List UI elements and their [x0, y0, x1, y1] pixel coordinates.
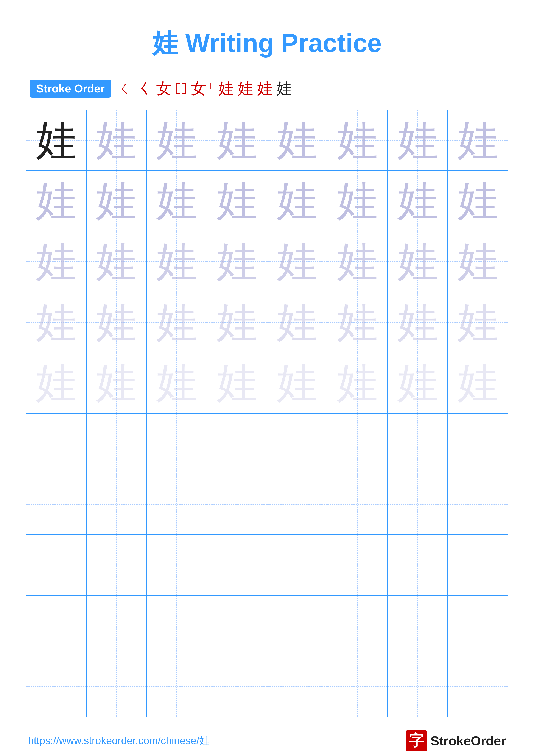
grid-cell-4-0[interactable]: 娃	[26, 353, 87, 413]
grid-cell-2-4[interactable]: 娃	[267, 231, 328, 292]
footer-logo-text: StrokeOrder	[431, 733, 506, 748]
grid-cell-1-3[interactable]: 娃	[207, 171, 267, 231]
grid-cell-8-6[interactable]	[388, 596, 448, 656]
grid-cell-7-0[interactable]	[26, 535, 87, 595]
grid-cell-6-2[interactable]	[147, 474, 207, 535]
grid-cell-1-5[interactable]: 娃	[327, 171, 388, 231]
grid-cell-7-3[interactable]	[207, 535, 267, 595]
grid-cell-9-4[interactable]	[267, 657, 328, 717]
footer-url[interactable]: https://www.strokeorder.com/chinese/娃	[28, 734, 210, 747]
grid-cell-3-2[interactable]: 娃	[147, 292, 207, 353]
grid-cell-4-6[interactable]: 娃	[388, 353, 448, 413]
grid-cell-9-0[interactable]	[26, 657, 87, 717]
page: 娃 Writing Practice Stroke Order ㄑ㇛女女̄女⁺娃…	[0, 0, 534, 756]
grid-cell-8-0[interactable]	[26, 596, 87, 656]
grid-cell-4-3[interactable]: 娃	[207, 353, 267, 413]
grid-cell-9-3[interactable]	[207, 657, 267, 717]
grid-cell-0-7[interactable]: 娃	[448, 110, 508, 171]
stroke-step-8: 娃	[276, 78, 292, 99]
cell-char: 娃	[277, 363, 318, 403]
grid-cell-5-7[interactable]	[448, 414, 508, 474]
grid-cell-5-6[interactable]	[388, 414, 448, 474]
stroke-step-6: 娃	[238, 78, 253, 99]
grid-cell-9-5[interactable]	[327, 657, 388, 717]
grid-cell-2-2[interactable]: 娃	[147, 231, 207, 292]
grid-cell-5-3[interactable]	[207, 414, 267, 474]
grid-cell-3-4[interactable]: 娃	[267, 292, 328, 353]
grid-cell-1-7[interactable]: 娃	[448, 171, 508, 231]
grid-cell-0-5[interactable]: 娃	[327, 110, 388, 171]
grid-cell-6-4[interactable]	[267, 474, 328, 535]
grid-row-9	[26, 657, 508, 717]
grid-cell-0-0[interactable]: 娃	[26, 110, 87, 171]
grid-cell-8-3[interactable]	[207, 596, 267, 656]
grid-cell-9-7[interactable]	[448, 657, 508, 717]
cell-char: 娃	[457, 120, 498, 161]
grid-cell-6-7[interactable]	[448, 474, 508, 535]
grid-cell-2-0[interactable]: 娃	[26, 231, 87, 292]
grid-cell-7-7[interactable]	[448, 535, 508, 595]
grid-cell-9-6[interactable]	[388, 657, 448, 717]
grid-cell-8-7[interactable]	[448, 596, 508, 656]
grid-cell-3-0[interactable]: 娃	[26, 292, 87, 353]
grid-cell-9-1[interactable]	[87, 657, 147, 717]
grid-cell-3-1[interactable]: 娃	[87, 292, 147, 353]
grid-cell-5-5[interactable]	[327, 414, 388, 474]
grid-cell-7-6[interactable]	[388, 535, 448, 595]
grid-cell-8-2[interactable]	[147, 596, 207, 656]
grid-cell-5-2[interactable]	[147, 414, 207, 474]
grid-cell-7-1[interactable]	[87, 535, 147, 595]
grid-cell-0-2[interactable]: 娃	[147, 110, 207, 171]
grid-cell-6-5[interactable]	[327, 474, 388, 535]
grid-cell-8-4[interactable]	[267, 596, 328, 656]
grid-cell-9-2[interactable]	[147, 657, 207, 717]
cell-char: 娃	[337, 302, 378, 343]
grid-cell-7-4[interactable]	[267, 535, 328, 595]
grid-cell-6-6[interactable]	[388, 474, 448, 535]
grid-cell-1-0[interactable]: 娃	[26, 171, 87, 231]
grid-cell-7-5[interactable]	[327, 535, 388, 595]
grid-cell-1-1[interactable]: 娃	[87, 171, 147, 231]
grid-cell-5-0[interactable]	[26, 414, 87, 474]
cell-char: 娃	[36, 241, 77, 282]
grid-cell-3-6[interactable]: 娃	[388, 292, 448, 353]
cell-char: 娃	[96, 363, 137, 403]
grid-cell-2-1[interactable]: 娃	[87, 231, 147, 292]
grid-cell-5-1[interactable]	[87, 414, 147, 474]
grid-cell-8-5[interactable]	[327, 596, 388, 656]
cell-char: 娃	[96, 180, 137, 221]
grid-cell-6-3[interactable]	[207, 474, 267, 535]
grid-cell-4-4[interactable]: 娃	[267, 353, 328, 413]
grid-cell-0-6[interactable]: 娃	[388, 110, 448, 171]
grid-cell-2-5[interactable]: 娃	[327, 231, 388, 292]
grid-cell-3-7[interactable]: 娃	[448, 292, 508, 353]
grid-cell-3-3[interactable]: 娃	[207, 292, 267, 353]
grid-cell-4-2[interactable]: 娃	[147, 353, 207, 413]
grid-cell-5-4[interactable]	[267, 414, 328, 474]
stroke-step-3: 女̄	[176, 80, 187, 97]
practice-grid: 娃娃娃娃娃娃娃娃娃娃娃娃娃娃娃娃娃娃娃娃娃娃娃娃娃娃娃娃娃娃娃娃娃娃娃娃娃娃娃娃	[26, 110, 508, 717]
cell-char: 娃	[337, 363, 378, 403]
stroke-step-4: 女⁺	[191, 78, 214, 99]
grid-cell-1-6[interactable]: 娃	[388, 171, 448, 231]
cell-char: 娃	[36, 302, 77, 343]
grid-cell-1-2[interactable]: 娃	[147, 171, 207, 231]
grid-row-3: 娃娃娃娃娃娃娃娃	[26, 292, 508, 353]
grid-cell-6-1[interactable]	[87, 474, 147, 535]
grid-cell-0-4[interactable]: 娃	[267, 110, 328, 171]
grid-cell-1-4[interactable]: 娃	[267, 171, 328, 231]
grid-cell-3-5[interactable]: 娃	[327, 292, 388, 353]
grid-cell-8-1[interactable]	[87, 596, 147, 656]
grid-cell-4-1[interactable]: 娃	[87, 353, 147, 413]
grid-cell-0-3[interactable]: 娃	[207, 110, 267, 171]
grid-cell-6-0[interactable]	[26, 474, 87, 535]
grid-cell-0-1[interactable]: 娃	[87, 110, 147, 171]
grid-cell-2-3[interactable]: 娃	[207, 231, 267, 292]
grid-cell-7-2[interactable]	[147, 535, 207, 595]
grid-cell-2-6[interactable]: 娃	[388, 231, 448, 292]
grid-cell-4-7[interactable]: 娃	[448, 353, 508, 413]
cell-char: 娃	[397, 241, 438, 282]
grid-cell-4-5[interactable]: 娃	[327, 353, 388, 413]
grid-cell-2-7[interactable]: 娃	[448, 231, 508, 292]
cell-char: 娃	[36, 120, 77, 161]
